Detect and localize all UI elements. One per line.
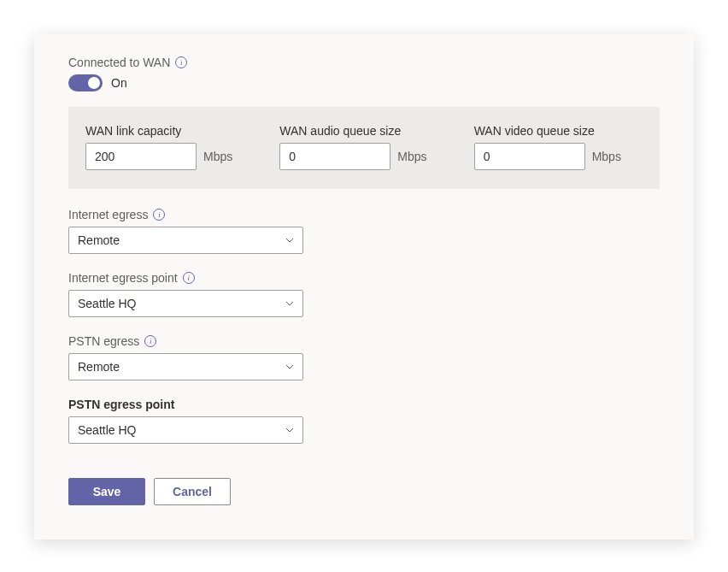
internet-egress-value: Remote [78,233,120,247]
cancel-button[interactable]: Cancel [154,478,231,505]
info-icon[interactable]: i [175,56,187,68]
internet-egress-label-row: Internet egress i [68,208,660,221]
wan-video-queue-input[interactable] [474,143,585,170]
wan-audio-queue-unit: Mbps [397,150,426,163]
info-icon[interactable]: i [183,272,195,284]
toggle-knob [88,77,100,89]
settings-panel: Connected to WAN i On WAN link capacity … [34,34,694,540]
wan-audio-queue-label: WAN audio queue size [279,124,448,138]
pstn-egress-point-value: Seattle HQ [78,423,136,437]
info-icon[interactable]: i [144,335,156,347]
wan-toggle-state-label: On [111,76,127,90]
pstn-egress-point-select-box: Seattle HQ [68,416,303,444]
internet-egress-point-group: Internet egress point i Seattle HQ [68,271,660,317]
pstn-egress-label-row: PSTN egress i [68,334,660,348]
internet-egress-point-value: Seattle HQ [78,297,136,310]
pstn-egress-select[interactable]: Remote [68,353,303,380]
wan-video-queue-unit: Mbps [592,150,621,163]
internet-egress-point-label: Internet egress point [68,271,178,285]
connected-to-wan-row: Connected to WAN i [68,56,660,69]
internet-egress-point-select-box: Seattle HQ [68,290,303,317]
pstn-egress-point-label: PSTN egress point [68,398,174,411]
internet-egress-select[interactable]: Remote [68,227,303,254]
wan-audio-queue-input-row: Mbps [279,143,448,170]
internet-egress-point-select[interactable]: Seattle HQ [68,290,303,317]
wan-audio-queue-field: WAN audio queue size Mbps [279,124,448,170]
pstn-egress-group: PSTN egress i Remote [68,334,660,380]
wan-video-queue-field: WAN video queue size Mbps [474,124,643,170]
info-icon[interactable]: i [153,209,165,221]
pstn-egress-value: Remote [78,360,120,374]
pstn-egress-point-group: PSTN egress point Seattle HQ [68,398,660,444]
wan-link-capacity-unit: Mbps [203,150,232,163]
wan-settings-box: WAN link capacity Mbps WAN audio queue s… [68,107,660,189]
internet-egress-point-label-row: Internet egress point i [68,271,660,285]
wan-link-capacity-field: WAN link capacity Mbps [85,124,254,170]
pstn-egress-label: PSTN egress [68,334,139,348]
wan-video-queue-label: WAN video queue size [474,124,643,138]
internet-egress-group: Internet egress i Remote [68,208,660,254]
connected-to-wan-label: Connected to WAN [68,56,170,69]
wan-audio-queue-input[interactable] [279,143,390,170]
wan-link-capacity-input-row: Mbps [85,143,254,170]
internet-egress-label: Internet egress [68,208,148,221]
button-row: Save Cancel [68,461,660,505]
wan-video-queue-input-row: Mbps [474,143,643,170]
pstn-egress-select-box: Remote [68,353,303,380]
internet-egress-select-box: Remote [68,227,303,254]
pstn-egress-point-label-row: PSTN egress point [68,398,660,411]
wan-link-capacity-label: WAN link capacity [85,124,254,138]
save-button[interactable]: Save [68,478,145,505]
pstn-egress-point-select[interactable]: Seattle HQ [68,416,303,444]
wan-toggle-row: On [68,74,660,91]
wan-link-capacity-input[interactable] [85,143,197,170]
wan-toggle[interactable] [68,74,103,91]
